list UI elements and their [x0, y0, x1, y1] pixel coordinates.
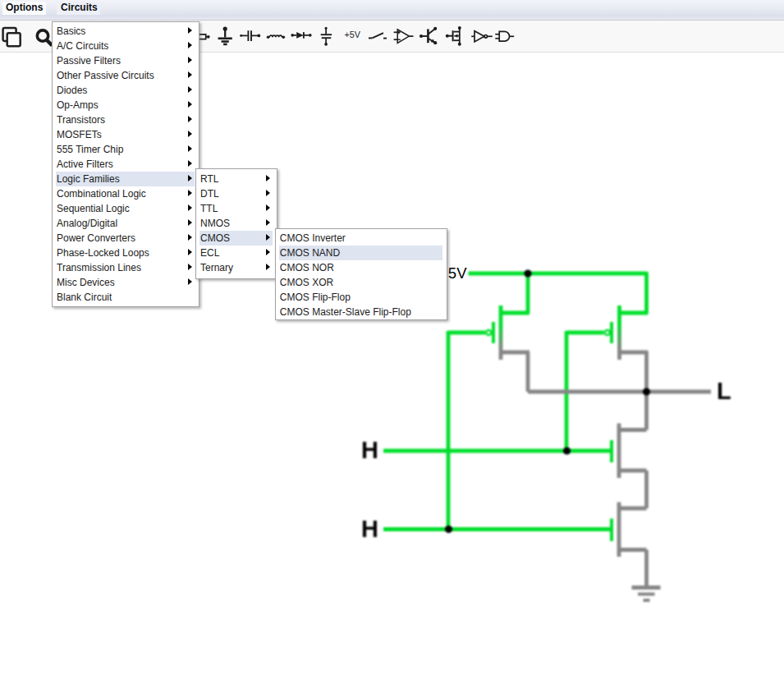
- svg-text:L: L: [717, 378, 731, 404]
- svg-text:+5V: +5V: [345, 30, 361, 39]
- svg-text:5V: 5V: [448, 264, 467, 282]
- svg-text:H: H: [361, 437, 378, 463]
- svg-text:H: H: [361, 516, 378, 542]
